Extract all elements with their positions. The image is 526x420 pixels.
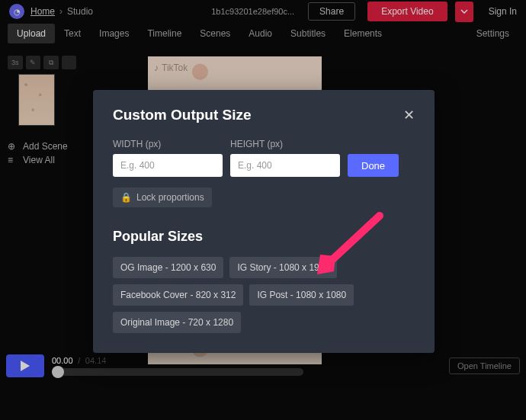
height-label: HEIGHT (px) xyxy=(230,139,340,149)
width-label: WIDTH (px) xyxy=(113,139,223,149)
popular-sizes-heading: Popular Sizes xyxy=(113,229,415,245)
size-original-image[interactable]: Original Image - 720 x 1280 xyxy=(113,312,241,333)
size-facebook-cover[interactable]: Facebook Cover - 820 x 312 xyxy=(113,284,243,306)
lock-icon: 🔒 xyxy=(120,192,132,203)
width-input[interactable] xyxy=(113,154,223,177)
done-button[interactable]: Done xyxy=(348,154,399,177)
lock-label: Lock proportions xyxy=(136,192,204,203)
height-input[interactable] xyxy=(230,154,340,177)
size-og-image[interactable]: OG Image - 1200 x 630 xyxy=(113,257,223,278)
custom-output-size-modal: Custom Output Size ✕ WIDTH (px) HEIGHT (… xyxy=(93,90,435,353)
close-button[interactable]: ✕ xyxy=(403,107,415,123)
size-ig-story[interactable]: IG Story - 1080 x 1920 xyxy=(229,257,337,278)
popular-sizes-list: OG Image - 1200 x 630 IG Story - 1080 x … xyxy=(113,257,415,333)
lock-proportions-button[interactable]: 🔒 Lock proportions xyxy=(113,188,212,207)
close-icon: ✕ xyxy=(403,107,415,123)
size-ig-post[interactable]: IG Post - 1080 x 1080 xyxy=(249,284,354,306)
modal-title: Custom Output Size xyxy=(113,107,252,123)
